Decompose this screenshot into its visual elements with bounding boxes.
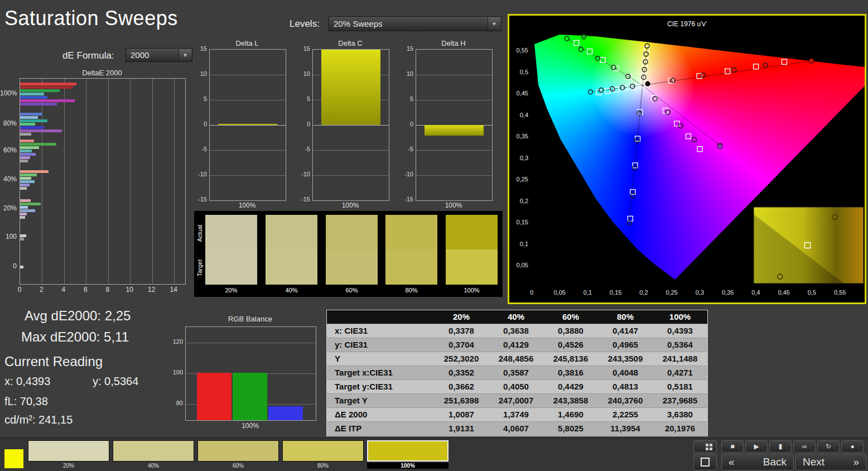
y-tick-label: 0,2: [520, 198, 528, 204]
table-cell: 0,4813: [598, 380, 653, 393]
red-target-marker: [754, 64, 759, 69]
gridline: [108, 79, 109, 284]
deltae-bar: [20, 174, 37, 176]
table-cell: 11,3954: [598, 422, 653, 435]
deltae-bar: [20, 103, 57, 105]
cie-overlay: 00,050,10,150,20,250,30,350,40,450,50,55…: [509, 16, 865, 302]
x-tick-label: 10: [124, 286, 135, 294]
deltae-bar: [20, 203, 41, 205]
loop-button[interactable]: ∞: [793, 440, 816, 453]
chart-title: Delta H: [416, 39, 491, 47]
gridline: [130, 79, 131, 284]
pause-button[interactable]: ▮: [769, 440, 792, 453]
refresh-button[interactable]: ↻: [817, 440, 840, 453]
table-cell: 245,8136: [543, 352, 598, 366]
deltae-bar: [20, 146, 39, 149]
back-button[interactable]: « Back: [721, 454, 794, 470]
target-swatch: [446, 249, 498, 285]
patch-button-80%[interactable]: 80%: [282, 440, 364, 470]
y-tick-label: 60%: [0, 146, 17, 154]
de-formula-value: 2000: [131, 50, 149, 60]
red-bar: [197, 373, 232, 420]
y-tick-label: 0,15: [517, 219, 528, 225]
table-header-cell: 80%: [598, 310, 653, 324]
x-tick-label: 6: [80, 286, 91, 294]
y-tick-label: 0: [297, 121, 310, 127]
patch-button-100%[interactable]: 100%: [367, 440, 449, 470]
deltae-bar: [20, 156, 30, 159]
table-cell: 1,3749: [489, 408, 543, 421]
x-tick-label: 8: [102, 286, 113, 294]
y-tick-label: 5: [297, 95, 310, 102]
y-tick-label: 5: [194, 95, 207, 102]
y-tick-label: 40%: [0, 175, 17, 183]
y-tick-label: -15: [297, 196, 310, 203]
table-cell: 1,4690: [543, 408, 598, 421]
y-tick-label: 120: [168, 338, 183, 345]
gridline: [210, 125, 286, 126]
deltae-chart-plot: [20, 78, 186, 285]
patch-swatch: [197, 440, 279, 462]
next-button[interactable]: Next »: [795, 454, 866, 470]
x-tick-label: 0,2: [639, 289, 648, 296]
current-patch-indicator: [4, 449, 23, 468]
max-de2000-reading: Max dE2000: 5,11: [21, 329, 129, 345]
chart-title: Delta C: [312, 39, 388, 47]
table-row: Target Y251,6398247,0007243,3858240,3760…: [327, 394, 707, 408]
chart-plot: [209, 49, 286, 201]
green-bar: [233, 373, 267, 420]
table-cell: 0,4271: [653, 366, 707, 379]
deltae-bar: [20, 83, 76, 85]
patch-swatch: [113, 440, 194, 462]
stop-square-button[interactable]: [693, 454, 717, 470]
levels-value: 20% Sweeps: [334, 19, 383, 28]
table-cell: 0,3880: [543, 324, 598, 338]
row-label-cell: ΔE ITP: [327, 422, 434, 435]
delta-bar: [321, 50, 380, 125]
table-cell: 0,3704: [434, 338, 489, 352]
deltae-bar: [20, 140, 34, 142]
next-chevron-icon: »: [853, 456, 859, 468]
deltae-bar: [20, 238, 24, 241]
swatch-label: 20%: [205, 287, 257, 294]
chevron-down-icon[interactable]: ▼: [179, 49, 191, 61]
record-button[interactable]: ●: [841, 440, 864, 453]
cie-inset-chart: [754, 207, 864, 283]
layout-grid-button[interactable]: [693, 440, 717, 453]
deltae-bar: [20, 234, 26, 237]
levels-dropdown[interactable]: 20% Sweeps ▼: [329, 16, 501, 31]
patch-label: 20%: [28, 463, 109, 469]
delta-bar: [218, 124, 277, 125]
patch-swatch: [282, 440, 364, 462]
patch-button-20%[interactable]: 20%: [28, 440, 109, 470]
y-tick-label: -5: [297, 146, 310, 152]
y-tick-label: 0,45: [517, 90, 528, 97]
x-tick-label: 0,15: [610, 289, 621, 296]
patch-button-60%[interactable]: 60%: [197, 440, 279, 470]
de-formula-dropdown[interactable]: 2000 ▼: [126, 48, 192, 62]
table-cell: 247,0007: [489, 394, 543, 407]
stop-button[interactable]: ■: [721, 440, 744, 453]
swatch-label: 40%: [266, 287, 317, 294]
swatch-cell: [205, 215, 257, 285]
play-button[interactable]: ▶: [745, 440, 768, 453]
magenta-target-marker: [697, 147, 702, 152]
actual-swatch: [446, 215, 498, 249]
back-label: Back: [763, 456, 787, 468]
saturation-swatch-strip: ActualTarget20%40%60%80%100%: [194, 211, 503, 297]
current-reading-title: Current Reading: [4, 354, 103, 369]
swatch-label: 60%: [326, 287, 378, 294]
x-tick-label: 2: [36, 286, 47, 294]
deltae-bar: [20, 216, 25, 219]
deltae-bar: [20, 170, 49, 173]
y-tick-label: 100: [0, 233, 17, 241]
swatch-cell: [266, 215, 317, 285]
gridline: [174, 79, 175, 284]
measurement-table: 20%40%60%80%100%x: CIE310,33780,36380,38…: [326, 310, 708, 436]
actual-swatch: [205, 215, 257, 249]
patch-button-40%[interactable]: 40%: [113, 440, 194, 470]
table-cell: 0,5364: [653, 338, 707, 352]
table-cell: 0,4050: [489, 380, 543, 393]
chevron-down-icon[interactable]: ▼: [488, 17, 500, 30]
y-tick-label: 10: [400, 70, 413, 77]
